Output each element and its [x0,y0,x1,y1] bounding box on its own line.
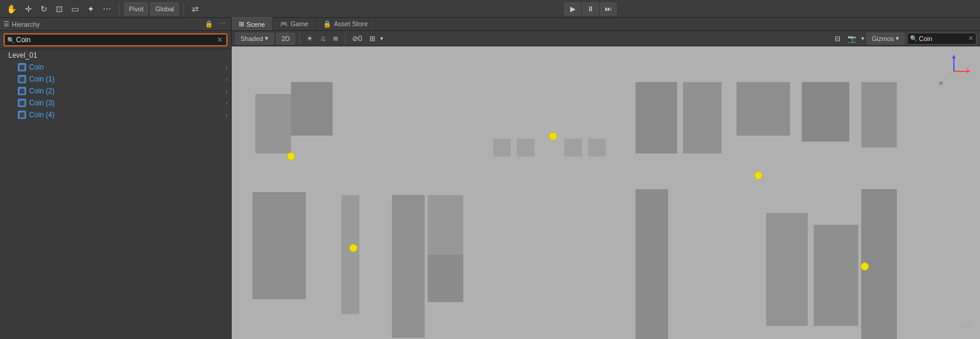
hierarchy-item-level01[interactable]: Level_01 [0,49,231,61]
shading-arrow: ▾ [265,34,268,42]
block-19 [861,82,897,147]
sep-2 [184,3,184,15]
coin-dot-3 [549,132,557,140]
scene-search-clear[interactable]: ✕ [968,34,973,42]
coin3-icon: ⬛ [18,99,26,107]
shading-btn[interactable]: Shaded ▾ [235,33,274,45]
sep-1 [119,3,119,15]
gizmos-btn[interactable]: Gizmos ▾ [867,33,905,45]
block-5 [392,195,425,338]
hierarchy-lock-btn[interactable]: 🔒 [203,20,215,29]
hierarchy-search-input[interactable] [16,36,216,44]
hierarchy-item-coin2[interactable]: ⬛ Coin (2) › [0,85,231,97]
coin4-label: Coin (4) [29,111,226,119]
transform-tool-btn[interactable]: ✦ [84,2,97,15]
block-16 [636,189,668,339]
scene-tabs: ⊞ Scene 🎮 Game 🔒 Asset Store [232,18,980,31]
block-13 [683,82,722,153]
hand-tool-btn[interactable]: ✋ [4,2,20,15]
top-toolbar: ✋ ✛ ↻ ⊡ ▭ ✦ ⋯ Pivot Global ⇄ ▶ ⏸ ⏭ [0,0,980,18]
play-btn[interactable]: ▶ [564,2,581,15]
block-2 [291,82,333,136]
scene-tab-icon: ⊞ [239,20,244,28]
block-3 [252,192,306,299]
rotate-tool-btn[interactable]: ↻ [37,2,50,15]
extra-tool-btn[interactable]: ⋯ [100,2,114,15]
scene-search-input[interactable] [919,35,966,42]
move-tool-btn[interactable]: ✛ [22,2,35,15]
no-gizmo-btn[interactable]: ⊘0 [350,33,365,45]
svg-line-4 [942,71,954,82]
step-btn[interactable]: ⏭ [600,2,617,15]
svg-text:Z: Z [952,60,955,65]
coin0-label: Coin [29,63,226,71]
scene-area: ⊞ Scene 🎮 Game 🔒 Asset Store Shaded ▾ 2D [232,18,980,339]
block-18 [814,225,858,326]
hierarchy-search-bar: 🔍 ✕ [0,31,231,49]
main-layout: ☰ Hierarchy 🔒 ⋯ 🔍 ✕ Level_01 ⬛ Coin › [0,18,980,339]
crop-icon-btn[interactable]: ⊟ [832,33,843,45]
hierarchy-item-coin3[interactable]: ⬛ Coin (3) › [0,97,231,109]
rect-tool-btn[interactable]: ▭ [68,2,82,15]
hierarchy-item-coin0[interactable]: ⬛ Coin › [0,61,231,73]
coin-dot-4 [754,171,763,180]
camera-icon-btn[interactable]: 📷 [845,33,859,45]
gizmos-arrow: ▾ [896,34,899,42]
pause-btn[interactable]: ⏸ [582,2,599,15]
block-4 [342,195,359,314]
hierarchy-item-coin4[interactable]: ⬛ Coin (4) › [0,109,231,121]
shading-label: Shaded [241,35,263,42]
light-icon-btn[interactable]: ☀ [304,33,315,45]
game-tab-label: Game [290,20,308,27]
block-9 [517,139,535,156]
hierarchy-title: Hierarchy [12,21,201,28]
pivot-btn[interactable]: Pivot [124,2,148,15]
hierarchy-search-clear[interactable]: ✕ [216,36,224,44]
scene-sep-2 [345,33,346,44]
scene-header-row: Shaded ▾ 2D ☀ ♫ ≋ ⊘0 ⊞ ▾ ⊟ 📷 ▾ [232,31,980,46]
coin-dot-5 [861,262,869,271]
fx-icon-btn[interactable]: ≋ [330,33,341,45]
coin-dot-2 [349,244,358,252]
coin4-arrow: › [226,112,227,118]
block-17 [766,213,808,326]
game-tab-icon: 🎮 [280,20,288,28]
tab-asset-store[interactable]: 🔒 Asset Store [316,17,375,30]
scene-viewport[interactable]: Z X Y TOP [232,46,980,339]
block-10 [564,139,582,156]
asset-store-icon: 🔒 [323,20,331,28]
coin1-icon: ⬛ [18,75,26,83]
scene-header-left: Shaded ▾ 2D ☀ ♫ ≋ ⊘0 ⊞ ▾ [232,33,829,45]
camera-arrow: ▾ [861,35,864,42]
2d-btn[interactable]: 2D [276,33,295,45]
hierarchy-item-coin1[interactable]: ⬛ Coin (1) › [0,73,231,85]
tab-scene[interactable]: ⊞ Scene [232,17,273,30]
hierarchy-header: ☰ Hierarchy 🔒 ⋯ [0,18,231,31]
hierarchy-search-wrapper: 🔍 ✕ [4,33,227,46]
global-label: Global [155,5,174,12]
coin4-icon: ⬛ [18,111,26,119]
block-15 [802,82,849,142]
tab-game[interactable]: 🎮 Game [273,17,316,30]
block-1 [255,94,291,153]
hierarchy-dots-btn[interactable]: ⋯ [217,20,227,29]
scale-tool-btn[interactable]: ⊡ [53,2,66,15]
level01-label: Level_01 [8,51,37,59]
grid-icon-btn[interactable]: ⊞ [367,33,378,45]
block-12 [636,82,677,153]
scene-sep-1 [299,33,300,44]
svg-marker-1 [952,55,956,58]
collab-btn[interactable]: ⇄ [189,2,202,15]
scene-search-icon: 🔍 [910,35,917,42]
block-8 [493,139,511,156]
coin1-label: Coin (1) [29,75,226,83]
coin2-icon: ⬛ [18,87,26,95]
scene-tab-label: Scene [246,21,265,28]
hierarchy-menu-icon: ☰ [4,20,10,28]
hierarchy-search-icon: 🔍 [7,37,14,43]
asset-store-label: Asset Store [334,20,368,27]
block-14 [736,82,790,136]
global-btn[interactable]: Global [150,2,179,15]
audio-icon-btn[interactable]: ♫ [318,33,328,45]
block-11 [588,139,606,156]
